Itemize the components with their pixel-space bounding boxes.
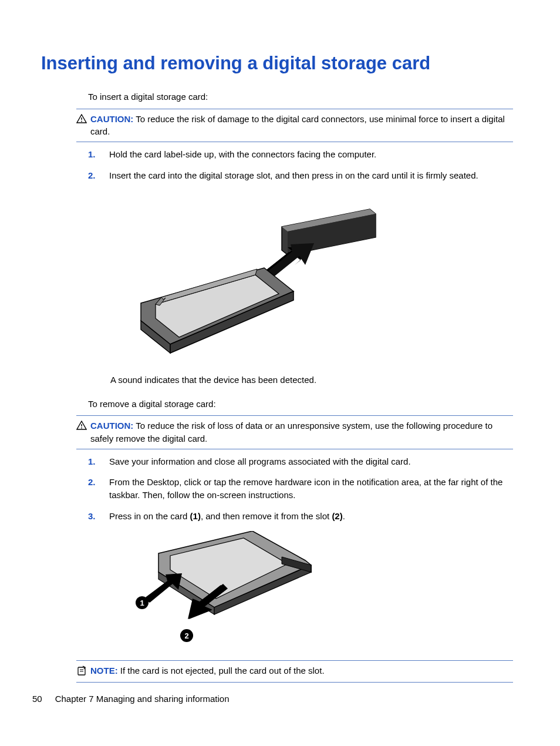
note-text: If the card is not ejected, pull the car…: [120, 666, 325, 676]
figure-remove-card: 1 2: [112, 531, 513, 651]
list-item: 1. Hold the card label-side up, with the…: [88, 148, 513, 161]
list-item: 3. Press in on the card (1), and then re…: [88, 510, 513, 523]
intro-remove: To remove a digital storage card:: [88, 398, 513, 411]
step-number: 3.: [88, 510, 99, 523]
note-icon: [76, 666, 87, 678]
step-text: Hold the card label-side up, with the co…: [109, 148, 513, 161]
step-number: 2.: [88, 169, 99, 182]
caution-box-2: CAUTION: To reduce the risk of loss of d…: [76, 415, 513, 449]
insert-steps-list: 1. Hold the card label-side up, with the…: [88, 148, 513, 182]
step-number: 1.: [88, 455, 99, 468]
svg-text:2: 2: [184, 631, 188, 640]
list-item: 2. Insert the card into the digital stor…: [88, 169, 513, 182]
caution-label: CAUTION:: [90, 114, 133, 124]
step-text: Save your information and close all prog…: [109, 455, 513, 468]
remove-steps-list: 1. Save your information and close all p…: [88, 455, 513, 523]
chapter-title: Chapter 7 Managing and sharing informati…: [55, 694, 230, 704]
caution-text: To reduce the risk of loss of data or an…: [90, 421, 492, 443]
figure-insert-card: [112, 197, 513, 362]
step-number: 2.: [88, 476, 99, 502]
caution-icon: [76, 114, 87, 126]
sound-detected-text: A sound indicates that the device has be…: [110, 375, 513, 385]
caution-icon: [76, 421, 87, 432]
caution-text: To reduce the risk of damage to the digi…: [90, 114, 505, 137]
note-label: NOTE:: [90, 666, 118, 676]
step-text: From the Desktop, click or tap the remov…: [109, 476, 513, 502]
svg-point-1: [81, 120, 82, 122]
caution-label: CAUTION:: [90, 421, 133, 431]
note-box: NOTE: If the card is not ejected, pull t…: [76, 660, 513, 683]
page-number: 50: [32, 694, 42, 704]
list-item: 2. From the Desktop, click or tap the re…: [88, 476, 513, 502]
svg-text:1: 1: [140, 599, 144, 607]
intro-insert: To insert a digital storage card:: [88, 90, 513, 104]
step-number: 1.: [88, 148, 99, 161]
caution-box-1: CAUTION: To reduce the risk of damage to…: [76, 109, 513, 143]
page-heading: Inserting and removing a digital storage…: [41, 53, 513, 74]
step-text: Insert the card into the digital storage…: [109, 169, 513, 182]
svg-point-3: [81, 428, 82, 429]
page-footer: 50 Chapter 7 Managing and sharing inform…: [32, 694, 230, 704]
step-text: Press in on the card (1), and then remov…: [109, 510, 513, 523]
list-item: 1. Save your information and close all p…: [88, 455, 513, 468]
